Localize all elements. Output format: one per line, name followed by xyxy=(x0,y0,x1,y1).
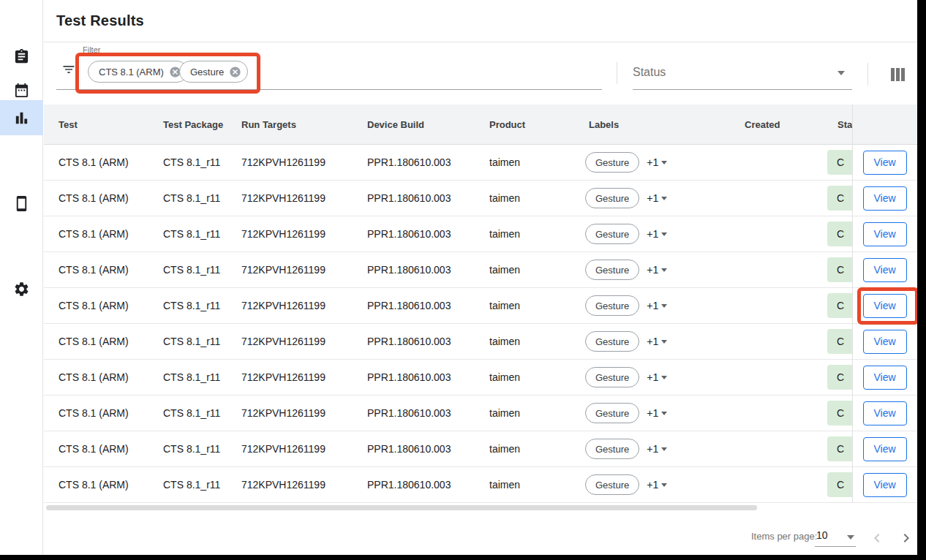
next-page-button[interactable] xyxy=(897,529,915,547)
column-header-status: Status xyxy=(823,119,852,130)
cell-labels: Gesture +1 xyxy=(574,360,730,396)
cell-status: C xyxy=(823,324,852,360)
sidebar-item-devices[interactable] xyxy=(0,186,43,221)
label-chip: Gesture xyxy=(585,331,639,352)
cell-created xyxy=(730,467,823,503)
table-row: CTS 8.1 (ARM) CTS 8.1_r11 712KPVH1261199… xyxy=(44,396,917,431)
chevron-left-icon xyxy=(868,529,886,547)
sidebar-item-test-plans[interactable] xyxy=(0,39,43,74)
more-labels-dropdown[interactable]: +1 xyxy=(647,371,670,383)
chevron-right-icon xyxy=(897,529,915,547)
cell-test-package: CTS 8.1_r11 xyxy=(148,252,227,288)
table-row: CTS 8.1 (ARM) CTS 8.1_r11 712KPVH1261199… xyxy=(44,288,917,324)
cell-status: C xyxy=(823,396,852,431)
cell-product: taimen xyxy=(475,360,574,396)
more-labels-dropdown[interactable]: +1 xyxy=(647,336,670,347)
sidebar-item-test-results[interactable] xyxy=(0,100,43,135)
column-header-test: Test xyxy=(44,119,148,130)
view-button[interactable]: View xyxy=(863,437,907,461)
view-columns-button[interactable] xyxy=(891,68,905,81)
column-header-device-build: Device Build xyxy=(353,119,475,130)
dropdown-arrow-icon xyxy=(661,447,667,451)
cell-run-targets: 712KPVH1261199 xyxy=(227,396,353,431)
cell-device-build: PPR1.180610.003 xyxy=(353,324,475,360)
cell-run-targets: 712KPVH1261199 xyxy=(227,360,353,396)
previous-page-button[interactable] xyxy=(868,529,886,547)
more-labels-dropdown[interactable]: +1 xyxy=(647,300,670,311)
status-badge: C xyxy=(827,150,852,175)
more-labels-dropdown[interactable]: +1 xyxy=(647,156,670,168)
more-labels-dropdown[interactable]: +1 xyxy=(647,228,670,240)
assignment-icon xyxy=(13,48,30,65)
label-chip: Gesture xyxy=(585,474,639,495)
view-button[interactable]: View xyxy=(863,366,907,390)
view-button[interactable]: View xyxy=(863,258,907,282)
cell-test-package: CTS 8.1_r11 xyxy=(148,467,227,503)
cell-test: CTS 8.1 (ARM) xyxy=(44,145,148,181)
status-filter-select[interactable]: Status xyxy=(633,60,852,90)
cell-test: CTS 8.1 (ARM) xyxy=(44,288,148,324)
more-labels-count: +1 xyxy=(647,192,658,204)
horizontal-scrollbar-thumb[interactable] xyxy=(46,505,757,510)
cell-test-package: CTS 8.1_r11 xyxy=(148,216,227,252)
screen-edge xyxy=(917,0,926,560)
view-button[interactable]: View xyxy=(863,401,907,425)
cell-actions: View xyxy=(852,324,917,360)
cell-test-package: CTS 8.1_r11 xyxy=(148,431,227,467)
page-title: Test Results xyxy=(56,12,144,29)
cell-status: C xyxy=(823,181,852,216)
cancel-icon xyxy=(229,66,241,78)
cell-device-build: PPR1.180610.003 xyxy=(353,252,475,288)
view-button[interactable]: View xyxy=(863,330,907,354)
cell-actions: View xyxy=(852,431,917,467)
view-button[interactable]: View xyxy=(863,294,907,318)
view-button[interactable]: View xyxy=(863,151,907,175)
screen-edge xyxy=(0,555,926,560)
cell-product: taimen xyxy=(475,467,574,503)
cell-run-targets: 712KPVH1261199 xyxy=(227,145,353,181)
cell-actions: View xyxy=(852,181,917,216)
table-row: CTS 8.1 (ARM) CTS 8.1_r11 712KPVH1261199… xyxy=(44,252,917,288)
cell-status: C xyxy=(823,145,852,181)
more-labels-count: +1 xyxy=(647,371,658,383)
filter-chip: CTS 8.1 (ARM) xyxy=(88,61,188,83)
more-labels-count: +1 xyxy=(647,479,658,491)
gear-icon xyxy=(13,281,30,298)
label-chip: Gesture xyxy=(585,224,639,244)
cell-product: taimen xyxy=(475,252,574,288)
label-chip: Gesture xyxy=(585,439,639,459)
filter-input[interactable]: CTS 8.1 (ARM) Gesture xyxy=(56,57,602,90)
chip-remove-button[interactable] xyxy=(229,66,241,78)
items-per-page-select[interactable]: 10 xyxy=(815,528,856,547)
cell-created xyxy=(730,216,823,252)
cell-created xyxy=(730,324,823,360)
view-button[interactable]: View xyxy=(863,186,907,211)
toolbar-divider xyxy=(617,62,617,84)
view-button[interactable]: View xyxy=(863,222,907,246)
cell-status: C xyxy=(823,252,852,288)
more-labels-dropdown[interactable]: +1 xyxy=(647,479,670,491)
cell-product: taimen xyxy=(475,396,574,431)
filter-chip: Gesture xyxy=(179,61,248,83)
table-row: CTS 8.1 (ARM) CTS 8.1_r11 712KPVH1261199… xyxy=(44,431,917,467)
more-labels-dropdown[interactable]: +1 xyxy=(647,264,670,276)
more-labels-dropdown[interactable]: +1 xyxy=(647,443,670,455)
table-header-row: Test Test Package Run Targets Device Bui… xyxy=(44,105,917,145)
more-labels-count: +1 xyxy=(647,407,658,419)
items-per-page-label: Items per page: xyxy=(751,531,817,542)
cell-product: taimen xyxy=(475,288,574,324)
table-row: CTS 8.1 (ARM) CTS 8.1_r11 712KPVH1261199… xyxy=(44,360,917,396)
cell-run-targets: 712KPVH1261199 xyxy=(227,216,353,252)
cell-created xyxy=(730,431,823,467)
cell-test-package: CTS 8.1_r11 xyxy=(148,396,227,431)
label-chip: Gesture xyxy=(585,152,639,173)
more-labels-dropdown[interactable]: +1 xyxy=(647,192,670,204)
cell-labels: Gesture +1 xyxy=(574,181,730,216)
cell-test: CTS 8.1 (ARM) xyxy=(44,216,148,252)
view-button[interactable]: View xyxy=(863,473,907,497)
cell-actions: View xyxy=(852,396,917,431)
sidebar-item-settings[interactable] xyxy=(0,271,43,306)
filter-field-label: Filter xyxy=(83,45,100,54)
dropdown-arrow-icon xyxy=(661,304,667,308)
more-labels-dropdown[interactable]: +1 xyxy=(647,407,670,419)
